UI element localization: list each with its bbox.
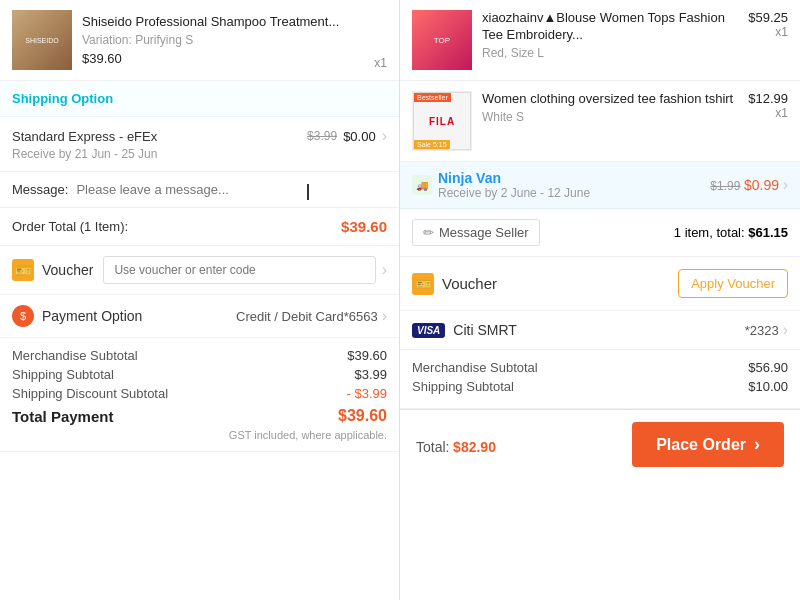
total-amount: $82.90 [453,432,496,457]
right-voucher-icon: 🎫 [412,273,434,295]
product-qty-blouse: x1 [748,25,788,39]
product-thumbnail-fila: FILA Bestseller Sale 5:15 [412,91,472,151]
total-payment-row: Total Payment $39.60 [12,407,387,425]
shipping-section-header: Shipping Option [0,81,399,117]
voucher-input[interactable] [103,256,375,284]
right-shipping-row: Shipping Subtotal $10.00 [412,379,788,394]
product-price: $39.60 [82,51,374,66]
product-variation: Variation: Purifying S [82,33,374,47]
apply-voucher-button[interactable]: Apply Voucher [678,269,788,298]
message-seller-row: ✏ Message Seller 1 item, total: $61.15 [400,209,800,257]
citi-chevron-right-icon: › [783,321,788,339]
total-payment-value: $39.60 [338,407,387,425]
item-total-value: $61.15 [748,225,788,240]
citi-bank-name: Citi SMRT [453,322,517,338]
visa-badge: VISA [412,323,445,338]
order-total-value: $39.60 [341,218,387,235]
total-section: Total: $82.90 [416,432,496,458]
message-label: Message: [12,182,68,197]
shipping-option[interactable]: Standard Express - eFEx $3.99 $0.00 › Re… [0,117,399,172]
voucher-chevron-right-icon: › [382,261,387,279]
product-variant-blouse: Red, Size L [482,46,748,60]
ninja-van-original-price: $1.99 [710,179,740,193]
product-qty-fila: x1 [748,106,788,120]
product-item-shiseido: SHISEIDO Shiseido Professional Shampoo T… [0,0,399,81]
shipping-subtotal-row: Shipping Subtotal $3.99 [12,367,387,382]
merchandise-value: $39.60 [347,348,387,363]
shipping-subtotal-label: Shipping Subtotal [12,367,114,382]
product-info-fila: Women clothing oversized tee fashion tsh… [482,91,748,124]
shipping-discount-value: - $3.99 [347,386,387,401]
right-merchandise-row: Merchandise Subtotal $56.90 [412,360,788,375]
ninja-van-final-price: $0.99 [744,177,779,193]
merchandise-label: Merchandise Subtotal [12,348,138,363]
message-seller-button[interactable]: ✏ Message Seller [412,219,540,246]
right-summary-section: Merchandise Subtotal $56.90 Shipping Sub… [400,350,800,409]
citi-payment-row[interactable]: VISA Citi SMRT *2323 › [400,311,800,350]
shipping-original-price: $3.99 [307,129,337,143]
product-price-blouse: $59.25 [748,10,788,25]
left-panel: SHISEIDO Shiseido Professional Shampoo T… [0,0,400,600]
payment-chevron-right-icon: › [382,307,387,325]
right-voucher-label: Voucher [442,275,678,292]
place-order-button[interactable]: Place Order › [632,422,784,467]
product-item-blouse: TOP xiaozhainv▲Blouse Women Tops Fashion… [400,0,800,81]
product-variant-fila: White S [482,110,748,124]
summary-section: Merchandise Subtotal $39.60 Shipping Sub… [0,338,399,452]
shipping-section-label: Shipping Option [12,91,113,106]
ninja-van-row[interactable]: 🚚 Ninja Van Receive by 2 June - 12 June … [400,162,800,209]
ninja-van-name: Ninja Van [438,170,590,186]
shipping-date: Receive by 21 Jun - 25 Jun [12,147,387,161]
bottom-bar: Total: $82.90 Place Order › [400,409,800,479]
citi-card-number: *2323 [745,323,779,338]
merchandise-subtotal-row: Merchandise Subtotal $39.60 [12,348,387,363]
total-currency-symbol: $ [453,439,461,455]
voucher-icon: 🎫 [12,259,34,281]
right-shipping-value: $10.00 [748,379,788,394]
shipping-discount-label: Shipping Discount Subtotal [12,386,168,401]
place-order-label: Place Order [656,436,746,454]
order-total-row: Order Total (1 Item): $39.60 [0,208,399,246]
voucher-label: Voucher [42,262,93,278]
shipping-name: Standard Express - eFEx [12,129,157,144]
message-row: Message: [0,172,399,208]
ninja-van-price-col: $1.99 $0.99 › [710,176,788,194]
payment-icon: $ [12,305,34,327]
shipping-subtotal-value: $3.99 [354,367,387,382]
product-name-fila: Women clothing oversized tee fashion tsh… [482,91,748,108]
product-thumbnail-blouse: TOP [412,10,472,70]
ninja-van-chevron-right-icon: › [783,176,788,193]
product-name: Shiseido Professional Shampoo Treatment.… [82,14,374,31]
gst-note: GST included, where applicable. [12,429,387,441]
order-total-label: Order Total (1 Item): [12,219,128,234]
total-label: Total: [416,439,449,455]
ninja-van-icon: 🚚 [412,175,432,195]
right-merchandise-label: Merchandise Subtotal [412,360,538,375]
total-amount-value: 82.90 [461,439,496,455]
voucher-row[interactable]: 🎫 Voucher › [0,246,399,295]
product-info-shiseido: Shiseido Professional Shampoo Treatment.… [82,14,374,66]
product-price-col-fila: $12.99 x1 [748,91,788,120]
right-shipping-label: Shipping Subtotal [412,379,514,394]
product-qty: x1 [374,56,387,70]
pencil-icon: ✏ [423,225,434,240]
total-payment-label: Total Payment [12,408,113,425]
product-name-blouse: xiaozhainv▲Blouse Women Tops Fashion Tee… [482,10,748,44]
payment-value: Credit / Debit Card*6563 [236,309,378,324]
message-seller-label: Message Seller [439,225,529,240]
product-item-fila: FILA Bestseller Sale 5:15 Women clothing… [400,81,800,162]
product-info-blouse: xiaozhainv▲Blouse Women Tops Fashion Tee… [482,10,748,60]
right-panel: TOP xiaozhainv▲Blouse Women Tops Fashion… [400,0,800,600]
shipping-final-price: $0.00 [343,129,376,144]
shipping-chevron-right-icon: › [382,127,387,145]
ninja-van-date: Receive by 2 June - 12 June [438,186,590,200]
cursor-indicator [307,184,317,200]
product-price-col-blouse: $59.25 x1 [748,10,788,39]
right-voucher-row: 🎫 Voucher Apply Voucher [400,257,800,311]
item-total: 1 item, total: $61.15 [674,225,788,240]
product-thumbnail-shiseido: SHISEIDO [12,10,72,70]
message-input[interactable] [76,182,387,197]
place-order-arrow-icon: › [754,434,760,455]
payment-label: Payment Option [42,308,142,324]
payment-option-row[interactable]: $ Payment Option Credit / Debit Card*656… [0,295,399,338]
